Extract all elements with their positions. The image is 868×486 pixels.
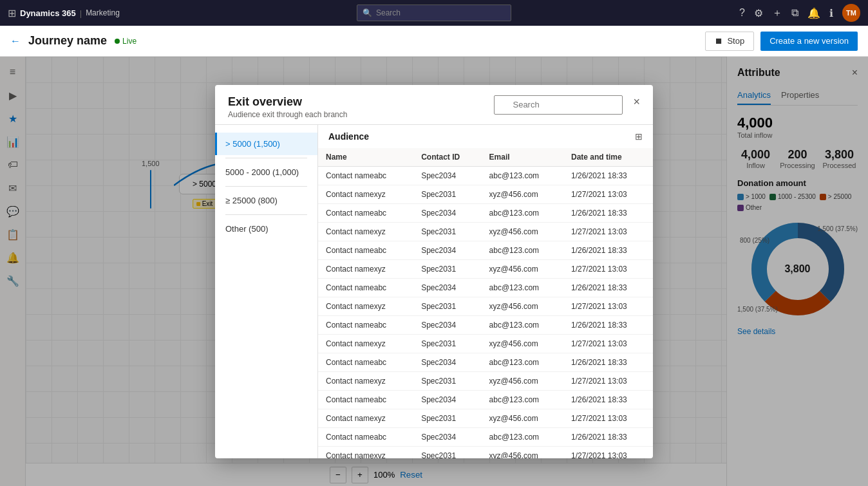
- filter-item-3[interactable]: Other (500): [215, 218, 317, 240]
- cell-contact-id: Spec2031: [413, 446, 481, 458]
- modal-search-input[interactable]: [494, 95, 623, 115]
- table-scroll[interactable]: Name Contact ID Email Date and time Cont…: [318, 148, 653, 458]
- table-row[interactable]: Contact nameabc Spec2034 abc@123.com 1/2…: [318, 166, 653, 185]
- back-button[interactable]: ←: [10, 35, 21, 47]
- cell-name: Contact namexyz: [318, 446, 413, 458]
- cell-contact-id: Spec2034: [413, 353, 481, 371]
- table-row[interactable]: Contact nameabc Spec2034 abc@123.com 1/2…: [318, 427, 653, 446]
- cell-email: xyz@456.com: [482, 334, 563, 353]
- table-row[interactable]: Contact namexyz Spec2031 xyz@456.com 1/2…: [318, 334, 653, 353]
- cell-datetime: 1/26/2021 18:33: [563, 278, 653, 297]
- live-badge: Live: [115, 37, 137, 46]
- modal-header-text: Exit overview Audience exit through each…: [228, 95, 347, 119]
- table-body: Contact nameabc Spec2034 abc@123.com 1/2…: [318, 166, 653, 458]
- cell-email: abc@123.com: [482, 278, 563, 297]
- cell-name: Contact namexyz: [318, 409, 413, 427]
- columns-icon[interactable]: ⊞: [635, 131, 643, 142]
- sub-header: ← Journey name Live ⏹ Stop Create a new …: [0, 26, 868, 57]
- cell-name: Contact nameabc: [318, 241, 413, 259]
- cell-datetime: 1/26/2021 18:33: [563, 315, 653, 334]
- filter-item-1[interactable]: 5000 - 2000 (1,000): [215, 161, 317, 183]
- cell-contact-id: Spec2031: [413, 334, 481, 353]
- module-name: Marketing: [86, 8, 120, 17]
- audience-label: Audience: [328, 131, 369, 142]
- table-head: Name Contact ID Email Date and time: [318, 148, 653, 167]
- filter-item-2[interactable]: ≥ 25000 (800): [215, 189, 317, 212]
- filter-divider-0: [225, 158, 307, 158]
- cell-name: Contact namexyz: [318, 297, 413, 315]
- cell-email: xyz@456.com: [482, 297, 563, 315]
- table-row[interactable]: Contact namexyz Spec2031 xyz@456.com 1/2…: [318, 371, 653, 390]
- table-row[interactable]: Contact nameabc Spec2034 abc@123.com 1/2…: [318, 241, 653, 259]
- create-version-button[interactable]: Create a new version: [760, 32, 858, 51]
- modal-header-right: 🔍 ×: [494, 95, 640, 115]
- table-row[interactable]: Contact nameabc Spec2034 abc@123.com 1/2…: [318, 203, 653, 222]
- cell-name: Contact namexyz: [318, 371, 413, 390]
- cell-datetime: 1/26/2021 18:33: [563, 353, 653, 371]
- cell-contact-id: Spec2031: [413, 185, 481, 203]
- cell-name: Contact namexyz: [318, 259, 413, 278]
- cell-email: xyz@456.com: [482, 446, 563, 458]
- cell-email: abc@123.com: [482, 203, 563, 222]
- table-row[interactable]: Contact namexyz Spec2031 xyz@456.com 1/2…: [318, 185, 653, 203]
- cell-name: Contact namexyz: [318, 222, 413, 241]
- info-icon[interactable]: ℹ: [829, 7, 833, 19]
- table-row[interactable]: Contact namexyz Spec2031 xyz@456.com 1/2…: [318, 446, 653, 458]
- table-row[interactable]: Contact nameabc Spec2034 abc@123.com 1/2…: [318, 315, 653, 334]
- table-row[interactable]: Contact namexyz Spec2031 xyz@456.com 1/2…: [318, 222, 653, 241]
- cell-datetime: 1/26/2021 18:33: [563, 427, 653, 446]
- cell-email: xyz@456.com: [482, 371, 563, 390]
- modal-body: > 5000 (1,500) 5000 - 2000 (1,000) ≥ 250…: [215, 125, 653, 458]
- cell-datetime: 1/27/2021 13:03: [563, 185, 653, 203]
- filter-panel: > 5000 (1,500) 5000 - 2000 (1,000) ≥ 250…: [215, 125, 318, 458]
- modal-search-wrapper: 🔍: [494, 95, 623, 115]
- cell-datetime: 1/27/2021 13:03: [563, 222, 653, 241]
- table-row[interactable]: Contact namexyz Spec2031 xyz@456.com 1/2…: [318, 409, 653, 427]
- cell-name: Contact namexyz: [318, 185, 413, 203]
- filter-divider-2: [225, 214, 307, 215]
- table-row[interactable]: Contact nameabc Spec2034 abc@123.com 1/2…: [318, 390, 653, 409]
- modal-close-button[interactable]: ×: [633, 95, 640, 109]
- cell-name: Contact nameabc: [318, 353, 413, 371]
- cell-email: abc@123.com: [482, 315, 563, 334]
- cell-name: Contact nameabc: [318, 315, 413, 334]
- modal-header: Exit overview Audience exit through each…: [215, 85, 653, 125]
- cell-contact-id: Spec2031: [413, 371, 481, 390]
- cell-contact-id: Spec2034: [413, 315, 481, 334]
- user-avatar[interactable]: TM: [842, 4, 860, 22]
- add-icon[interactable]: ＋: [772, 6, 782, 20]
- modal-overlay: Exit overview Audience exit through each…: [0, 57, 868, 486]
- stop-button[interactable]: ⏹ Stop: [705, 32, 754, 51]
- cell-contact-id: Spec2034: [413, 278, 481, 297]
- search-icon: 🔍: [363, 8, 372, 17]
- cell-contact-id: Spec2034: [413, 166, 481, 185]
- table-row[interactable]: Contact namexyz Spec2031 xyz@456.com 1/2…: [318, 259, 653, 278]
- filter-item-0[interactable]: > 5000 (1,500): [215, 133, 317, 155]
- settings-icon[interactable]: ⚙: [754, 7, 763, 19]
- cell-datetime: 1/26/2021 18:33: [563, 166, 653, 185]
- cell-name: Contact nameabc: [318, 427, 413, 446]
- col-contact-id: Contact ID: [413, 148, 481, 167]
- table-header-row: Name Contact ID Email Date and time: [318, 148, 653, 167]
- audience-table: Name Contact ID Email Date and time Cont…: [318, 148, 653, 458]
- cell-contact-id: Spec2034: [413, 241, 481, 259]
- table-row[interactable]: Contact nameabc Spec2034 abc@123.com 1/2…: [318, 353, 653, 371]
- cell-datetime: 1/26/2021 18:33: [563, 241, 653, 259]
- cell-email: abc@123.com: [482, 390, 563, 409]
- col-email: Email: [482, 148, 563, 167]
- grid-icon[interactable]: ⊞: [8, 7, 16, 19]
- global-search-bar[interactable]: 🔍 Search: [357, 5, 511, 21]
- cell-name: Contact nameabc: [318, 203, 413, 222]
- cell-email: xyz@456.com: [482, 222, 563, 241]
- help-icon[interactable]: ?: [739, 7, 745, 19]
- top-nav-actions: ? ⚙ ＋ ⧉ 🔔 ℹ TM: [739, 4, 860, 22]
- page-title: Journey name: [28, 34, 107, 48]
- bell-icon[interactable]: 🔔: [807, 7, 820, 19]
- cell-datetime: 1/27/2021 13:03: [563, 371, 653, 390]
- table-row[interactable]: Contact namexyz Spec2031 xyz@456.com 1/2…: [318, 297, 653, 315]
- modal-subtitle: Audience exit through each branch: [228, 110, 347, 119]
- cell-name: Contact nameabc: [318, 166, 413, 185]
- main-area: ≡ ▶ ★ 📊 🏷 ✉ 💬 📋 🔔 🔧 1,500 > 5000: [0, 57, 868, 486]
- table-row[interactable]: Contact nameabc Spec2034 abc@123.com 1/2…: [318, 278, 653, 297]
- filter-icon[interactable]: ⧉: [791, 7, 798, 19]
